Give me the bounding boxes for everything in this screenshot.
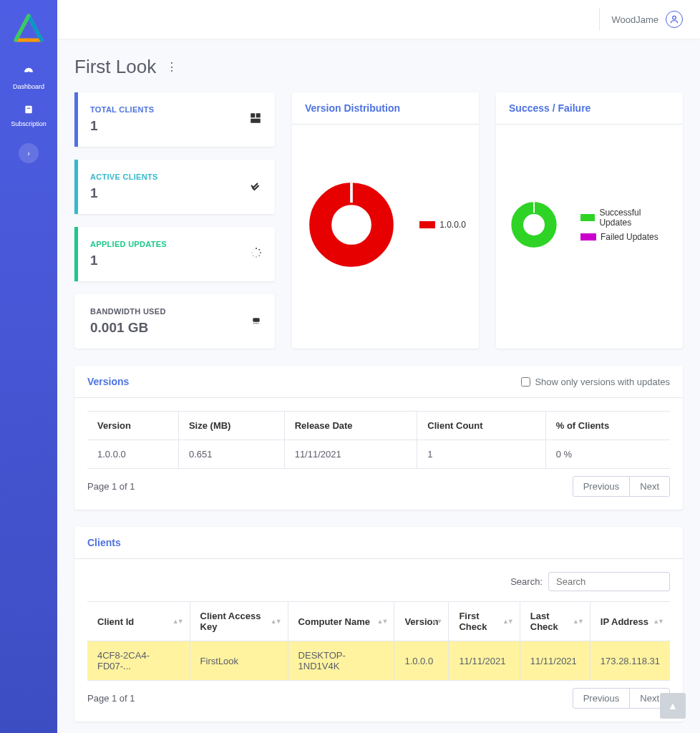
user-icon bbox=[666, 11, 683, 28]
chevron-right-icon: › bbox=[27, 149, 30, 157]
stat-active-clients: ACTIVE CLIENTS 1 bbox=[74, 160, 275, 214]
svg-rect-15 bbox=[253, 318, 259, 321]
version-distribution-panel: Version Distribution 1.0.0. bbox=[292, 92, 479, 349]
stat-total-clients: TOTAL CLIENTS 1 bbox=[74, 92, 275, 147]
cell-version: 1.0.0.0 bbox=[87, 440, 178, 469]
clients-table: Client Id▲▼ Client Access Key▲▼ Computer… bbox=[87, 601, 670, 681]
scroll-top-button[interactable]: ▲ bbox=[660, 693, 686, 719]
col-computer-name[interactable]: Computer Name▲▼ bbox=[288, 602, 394, 641]
previous-button[interactable]: Previous bbox=[573, 476, 631, 497]
col-version[interactable]: Version bbox=[87, 412, 178, 440]
subscription-icon bbox=[3, 105, 54, 117]
clients-panel: Clients Search: Client Id▲▼ Client Acces… bbox=[74, 527, 683, 722]
col-client-count[interactable]: Client Count bbox=[417, 412, 545, 440]
sort-icon: ▲▼ bbox=[432, 618, 442, 625]
col-access-key[interactable]: Client Access Key▲▼ bbox=[190, 602, 288, 641]
svg-point-13 bbox=[251, 252, 253, 253]
stat-value: 1 bbox=[90, 253, 167, 268]
chart-legend: Successful Updates Failed Updates bbox=[580, 208, 670, 242]
legend-swatch bbox=[419, 221, 435, 228]
sidebar-collapse-button[interactable]: › bbox=[19, 143, 39, 163]
success-failure-panel: Success / Failure Successfu bbox=[496, 92, 683, 349]
logo[interactable] bbox=[11, 13, 46, 47]
panel-title: Clients bbox=[87, 537, 121, 548]
network-icon bbox=[251, 314, 262, 329]
col-ip-address[interactable]: IP Address▲▼ bbox=[590, 602, 670, 641]
svg-point-8 bbox=[258, 248, 260, 250]
cell-ip: 173.28.118.31 bbox=[590, 641, 670, 681]
boxes-icon bbox=[249, 112, 262, 128]
col-last-check[interactable]: Last Check▲▼ bbox=[520, 602, 590, 641]
versions-table: Version Size (MB) Release Date Client Co… bbox=[87, 411, 670, 469]
svg-rect-1 bbox=[25, 106, 31, 114]
col-version[interactable]: Version▲▼ bbox=[394, 602, 449, 641]
previous-button[interactable]: Previous bbox=[573, 688, 631, 709]
panel-title: Version Distribution bbox=[305, 102, 400, 114]
chevron-up-icon: ▲ bbox=[668, 700, 678, 712]
sort-icon: ▲▼ bbox=[172, 618, 183, 625]
show-only-updates-checkbox[interactable]: Show only versions with updates bbox=[521, 377, 670, 387]
page-menu-button[interactable]: ⋮ bbox=[166, 60, 178, 74]
divider bbox=[599, 8, 600, 31]
sidebar: Dashboard Subscription › bbox=[0, 0, 57, 733]
svg-rect-5 bbox=[256, 113, 261, 117]
cell-version: 1.0.0.0 bbox=[394, 641, 449, 681]
cell-release: 11/11/2021 bbox=[284, 440, 417, 469]
stat-value: 1 bbox=[90, 185, 158, 201]
nav-label: Subscription bbox=[11, 120, 47, 127]
stat-value: 0.001 GB bbox=[90, 320, 166, 336]
table-row[interactable]: 1.0.0.0 0.651 11/11/2021 1 0 % bbox=[87, 440, 670, 469]
spinner-icon bbox=[251, 247, 262, 262]
stat-value: 1 bbox=[90, 118, 154, 134]
svg-rect-2 bbox=[27, 108, 31, 109]
nav-subscription[interactable]: Subscription bbox=[0, 97, 57, 135]
legend-label: Successful Updates bbox=[599, 208, 670, 228]
table-row[interactable]: 4CF8-2CA4-FD07-... FirstLook DESKTOP-1ND… bbox=[87, 641, 670, 681]
svg-point-7 bbox=[256, 248, 257, 249]
sort-icon: ▲▼ bbox=[573, 618, 583, 625]
cell-count: 1 bbox=[417, 440, 545, 469]
page-info: Page 1 of 1 bbox=[87, 481, 135, 492]
cell-access-key: FirstLook bbox=[190, 641, 288, 681]
sort-icon: ▲▼ bbox=[271, 618, 281, 625]
legend-swatch bbox=[580, 214, 595, 221]
svg-point-0 bbox=[28, 72, 29, 73]
stat-applied-updates: APPLIED UPDATES 1 bbox=[74, 227, 275, 281]
stat-label: BANDWIDTH USED bbox=[90, 307, 166, 316]
col-first-check[interactable]: First Check▲▼ bbox=[449, 602, 520, 641]
search-input[interactable] bbox=[548, 572, 670, 591]
panel-title: Versions bbox=[87, 376, 129, 387]
panel-title: Success / Failure bbox=[509, 102, 590, 114]
col-client-id[interactable]: Client Id▲▼ bbox=[87, 602, 190, 641]
topbar: WoodJame bbox=[57, 0, 700, 39]
svg-point-12 bbox=[253, 255, 254, 256]
sort-icon: ▲▼ bbox=[377, 618, 387, 625]
cell-size: 0.651 bbox=[178, 440, 284, 469]
svg-point-3 bbox=[673, 16, 676, 19]
svg-rect-4 bbox=[251, 113, 255, 117]
col-release-date[interactable]: Release Date bbox=[284, 412, 417, 440]
stat-bandwidth: BANDWIDTH USED 0.001 GB bbox=[74, 294, 275, 349]
checkbox-input[interactable] bbox=[521, 377, 530, 387]
svg-point-9 bbox=[260, 252, 261, 253]
cell-last-check: 11/11/2021 bbox=[520, 641, 590, 681]
version-distribution-chart bbox=[305, 178, 398, 271]
stat-label: TOTAL CLIENTS bbox=[90, 105, 154, 114]
col-pct-clients[interactable]: % of Clients bbox=[545, 412, 670, 440]
dashboard-icon bbox=[3, 66, 54, 80]
checkbox-label: Show only versions with updates bbox=[535, 377, 670, 387]
cell-computer: DESKTOP-1ND1V4K bbox=[288, 641, 394, 681]
legend-swatch bbox=[580, 233, 596, 241]
username: WoodJame bbox=[611, 14, 658, 25]
col-size[interactable]: Size (MB) bbox=[178, 412, 284, 440]
check-icon bbox=[249, 179, 262, 195]
cell-pct: 0 % bbox=[545, 440, 670, 469]
sort-icon: ▲▼ bbox=[653, 618, 663, 625]
kebab-icon: ⋮ bbox=[166, 61, 178, 73]
nav-dashboard[interactable]: Dashboard bbox=[0, 59, 57, 97]
user-menu[interactable]: WoodJame bbox=[611, 11, 683, 28]
page-info: Page 1 of 1 bbox=[87, 693, 135, 704]
search-label: Search: bbox=[510, 576, 543, 587]
svg-rect-6 bbox=[251, 118, 261, 122]
next-button[interactable]: Next bbox=[629, 476, 670, 497]
